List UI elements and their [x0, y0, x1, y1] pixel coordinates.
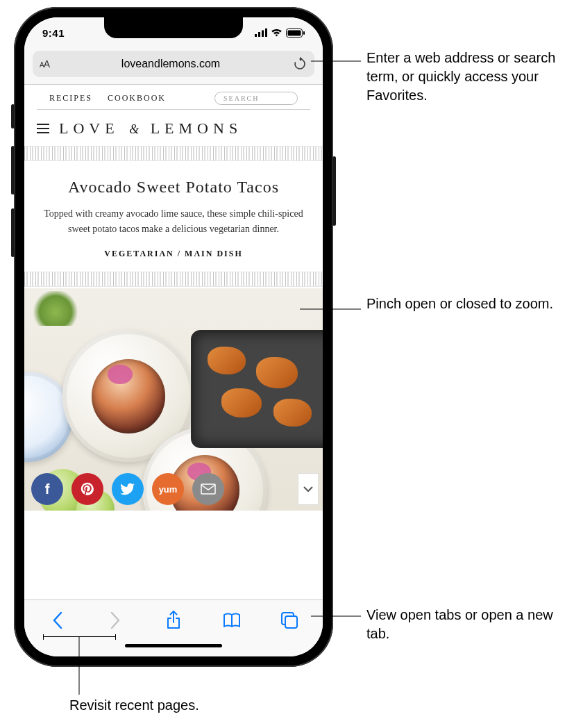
phone-frame: 9:41 AA loveandlemons.com RECIPES COOKBO…	[14, 7, 333, 667]
screen: 9:41 AA loveandlemons.com RECIPES COOKBO…	[24, 17, 323, 656]
nav-cookbook[interactable]: COOKBOOK	[108, 93, 166, 104]
yum-label: yum	[159, 484, 178, 495]
pinterest-share-button[interactable]	[71, 473, 103, 505]
svg-rect-1	[258, 32, 260, 37]
callout-url: Enter a web address or search term, or q…	[366, 49, 574, 105]
leader-line	[311, 615, 361, 617]
safari-url-bar: AA loveandlemons.com	[24, 48, 323, 85]
cellular-icon	[255, 28, 267, 37]
reader-view-button[interactable]: AA	[40, 58, 49, 69]
side-button	[332, 156, 336, 226]
web-content[interactable]: RECIPES COOKBOOK SEARCH LOVE & LEMONS Av…	[24, 85, 323, 599]
back-button[interactable]	[44, 606, 71, 634]
wifi-icon	[271, 28, 282, 37]
tabs-button[interactable]	[276, 606, 303, 634]
herb-garnish	[31, 291, 80, 326]
callout-tabs: View open tabs or open a new tab.	[366, 606, 574, 643]
divider-pattern	[24, 146, 323, 161]
svg-rect-2	[262, 31, 264, 38]
address-field[interactable]: AA loveandlemons.com	[33, 51, 314, 77]
divider-pattern-2	[24, 272, 323, 287]
site-header: LOVE & LEMONS	[24, 110, 323, 144]
brand-amp: &	[129, 122, 140, 136]
status-time: 9:41	[42, 27, 65, 39]
chevron-down-icon	[303, 486, 313, 493]
home-indicator[interactable]	[125, 644, 222, 647]
pickled-onion	[108, 365, 133, 384]
sweet-potato	[208, 347, 246, 374]
callout-back: Revisit recent pages.	[69, 696, 199, 715]
forward-button[interactable]	[101, 606, 129, 634]
social-share-row: f yum	[31, 473, 224, 505]
chevron-left-icon	[52, 611, 63, 629]
brand-part1: LOVE	[59, 119, 119, 137]
site-nav: RECIPES COOKBOOK SEARCH	[37, 85, 310, 110]
share-button[interactable]	[160, 606, 187, 634]
svg-rect-6	[303, 31, 305, 35]
volume-down-button	[11, 208, 15, 257]
reload-icon	[293, 57, 307, 71]
home-indicator-area	[24, 640, 323, 656]
leader-line	[78, 636, 80, 695]
site-logo[interactable]: LOVE & LEMONS	[59, 119, 242, 138]
mute-switch	[11, 104, 15, 129]
tabs-icon	[280, 611, 298, 629]
expand-toggle[interactable]	[298, 473, 319, 505]
brand-part2: LEMONS	[151, 119, 242, 137]
url-domain: loveandlemons.com	[49, 58, 292, 70]
recipe-description: Topped with creamy avocado lime sauce, t…	[24, 206, 323, 249]
share-icon	[166, 611, 181, 630]
nav-recipes[interactable]: RECIPES	[49, 93, 92, 104]
hamburger-menu-icon[interactable]	[37, 124, 49, 133]
chevron-right-icon	[110, 611, 121, 629]
yummly-share-button[interactable]: yum	[152, 473, 184, 505]
book-icon	[223, 612, 241, 629]
svg-rect-5	[288, 30, 301, 35]
svg-rect-0	[255, 34, 257, 37]
email-share-button[interactable]	[192, 473, 224, 505]
volume-up-button	[11, 146, 15, 195]
callout-zoom: Pinch open or closed to zoom.	[366, 295, 553, 313]
safari-toolbar	[24, 599, 323, 640]
mail-icon	[201, 483, 216, 495]
twitter-icon	[120, 481, 135, 497]
bookmarks-button[interactable]	[218, 606, 246, 634]
sheet-pan	[191, 330, 323, 448]
svg-rect-9	[285, 616, 297, 628]
notch	[104, 17, 243, 38]
svg-rect-3	[265, 28, 267, 37]
sweet-potato	[221, 388, 262, 417]
sweet-potato	[273, 399, 312, 427]
leader-line	[311, 58, 361, 64]
recipe-title: Avocado Sweet Potato Tacos	[24, 163, 323, 206]
status-indicators	[255, 28, 305, 38]
reload-button[interactable]	[292, 56, 307, 72]
pinterest-icon	[80, 481, 95, 497]
twitter-share-button[interactable]	[112, 473, 144, 505]
recipe-hero-image: f yum	[24, 288, 323, 511]
site-search-field[interactable]: SEARCH	[214, 92, 298, 105]
recipe-tags: VEGETARIAN / MAIN DISH	[24, 249, 323, 270]
facebook-share-button[interactable]: f	[31, 473, 63, 505]
svg-rect-7	[201, 484, 215, 494]
sweet-potato	[256, 357, 298, 388]
leader-line	[300, 308, 361, 310]
battery-icon	[286, 28, 305, 38]
